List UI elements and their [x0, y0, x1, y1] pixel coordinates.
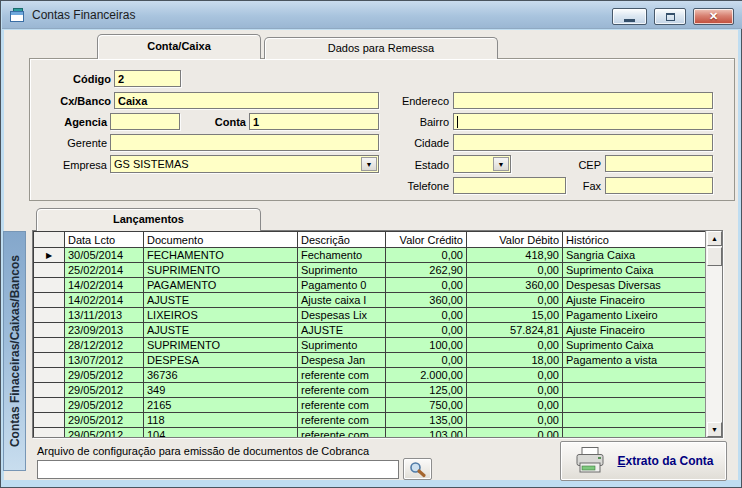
grid-cell[interactable]: AJUSTE [144, 323, 298, 338]
grid-cell[interactable]: 118 [144, 413, 298, 428]
extrato-da-conta-button[interactable]: Extrato da Conta [560, 441, 727, 481]
grid-cell[interactable]: 100,00 [386, 338, 467, 353]
grid-cell[interactable]: 0,00 [467, 293, 563, 308]
table-row[interactable]: 28/12/2012SUPRIMENTOSuprimento100,000,00… [34, 338, 706, 353]
grid-cell[interactable]: 0,00 [386, 278, 467, 293]
estado-combobox[interactable]: ▼ [453, 155, 511, 173]
grid-cell[interactable]: 2165 [144, 398, 298, 413]
row-selector-cell[interactable] [34, 368, 65, 383]
grid-cell[interactable] [563, 428, 706, 439]
column-header-descricao[interactable]: Descrição [298, 232, 386, 248]
grid-cell[interactable]: Fechamento [298, 248, 386, 263]
grid-cell[interactable]: referente com [298, 428, 386, 439]
conta-field[interactable] [249, 113, 379, 130]
scroll-down-icon[interactable]: ▼ [707, 422, 722, 437]
row-selector-cell[interactable] [34, 278, 65, 293]
grid-cell[interactable]: 360,00 [386, 293, 467, 308]
grid-cell[interactable]: 29/05/2012 [65, 368, 144, 383]
table-row[interactable]: 29/05/201236736referente com2.000,000,00 [34, 368, 706, 383]
grid-cell[interactable]: 125,00 [386, 383, 467, 398]
grid-cell[interactable]: 30/05/2014 [65, 248, 144, 263]
browse-config-button[interactable] [403, 458, 432, 480]
tab-conta-caixa[interactable]: Conta/Caixa [97, 34, 261, 59]
grid-cell[interactable]: 18,00 [467, 353, 563, 368]
grid-cell[interactable]: 135,00 [386, 413, 467, 428]
grid-cell[interactable]: 28/12/2012 [65, 338, 144, 353]
row-selector-cell[interactable] [34, 413, 65, 428]
row-selector-cell[interactable] [34, 308, 65, 323]
grid-cell[interactable]: 0,00 [386, 248, 467, 263]
grid-cell[interactable]: Pagamento a vista [563, 353, 706, 368]
table-row[interactable]: 29/05/2012349referente com125,000,00 [34, 383, 706, 398]
grid-cell[interactable]: referente com [298, 398, 386, 413]
row-selector-cell[interactable] [34, 263, 65, 278]
grid-cell[interactable]: 13/11/2013 [65, 308, 144, 323]
grid-cell[interactable]: 0,00 [467, 398, 563, 413]
column-header-data-lcto[interactable]: Data Lcto [65, 232, 144, 248]
cidade-field[interactable] [453, 134, 713, 151]
grid-cell[interactable]: 0,00 [467, 368, 563, 383]
column-header-valor-credito[interactable]: Valor Crédito [386, 232, 467, 248]
grid-cell[interactable]: Suprimento Caixa [563, 263, 706, 278]
table-row[interactable]: 29/05/2012118referente com135,000,00 [34, 413, 706, 428]
grid-cell[interactable]: referente com [298, 383, 386, 398]
grid-cell[interactable]: DESPESA [144, 353, 298, 368]
close-button[interactable]: ✕ [693, 8, 734, 25]
grid-cell[interactable]: AJUSTE [144, 293, 298, 308]
row-selector-cell[interactable] [34, 428, 65, 439]
table-row[interactable]: 14/02/2014AJUSTEAjuste caixa I360,000,00… [34, 293, 706, 308]
grid-cell[interactable] [563, 398, 706, 413]
grid-cell[interactable]: SUPRIMENTO [144, 263, 298, 278]
grid-cell[interactable]: Ajuste Finaceiro [563, 293, 706, 308]
table-row[interactable]: 13/07/2012DESPESADespesa Jan0,0018,00Pag… [34, 353, 706, 368]
row-selector-cell[interactable] [34, 383, 65, 398]
table-row[interactable]: ▶30/05/2014FECHAMENTOFechamento0,00418,9… [34, 248, 706, 263]
grid-cell[interactable]: referente com [298, 368, 386, 383]
grid-cell[interactable]: 418,90 [467, 248, 563, 263]
row-selector-cell[interactable] [34, 293, 65, 308]
grid-cell[interactable]: 14/02/2014 [65, 278, 144, 293]
gerente-field[interactable] [110, 134, 379, 151]
cep-field[interactable] [605, 155, 713, 172]
scrollbar-thumb[interactable] [707, 247, 722, 266]
column-header-valor-debito[interactable]: Valor Débito [467, 232, 563, 248]
row-selector-cell[interactable] [34, 398, 65, 413]
tab-lancamentos[interactable]: Lançamentos [36, 208, 261, 231]
codigo-field[interactable] [114, 70, 181, 87]
grid-cell[interactable]: 103,00 [386, 428, 467, 439]
grid-cell[interactable] [563, 368, 706, 383]
table-row[interactable]: 29/05/20122165referente com750,000,00 [34, 398, 706, 413]
scroll-up-icon[interactable]: ▲ [707, 231, 722, 246]
endereco-field[interactable] [453, 92, 713, 109]
grid-cell[interactable]: Despesa Jan [298, 353, 386, 368]
grid-cell[interactable]: PAGAMENTO [144, 278, 298, 293]
grid-cell[interactable] [563, 383, 706, 398]
grid-cell[interactable]: 23/09/2013 [65, 323, 144, 338]
grid-cell[interactable]: 36736 [144, 368, 298, 383]
grid-cell[interactable]: Suprimento [298, 263, 386, 278]
grid-cell[interactable]: SUPRIMENTO [144, 338, 298, 353]
config-file-input[interactable] [37, 460, 399, 479]
maximize-button[interactable] [654, 8, 686, 25]
grid-cell[interactable]: 25/02/2014 [65, 263, 144, 278]
agencia-field[interactable] [110, 113, 180, 130]
table-row[interactable]: 13/11/2013LIXEIROSDespesas Lix0,0015,00P… [34, 308, 706, 323]
grid-cell[interactable]: 29/05/2012 [65, 383, 144, 398]
fax-field[interactable] [605, 177, 713, 194]
bairro-field[interactable] [453, 113, 713, 130]
grid-cell[interactable]: 0,00 [467, 428, 563, 439]
row-selector-cell[interactable] [34, 353, 65, 368]
grid-cell[interactable]: Sangria Caixa [563, 248, 706, 263]
grid-scrollbar[interactable]: ▲ ▼ [705, 231, 722, 437]
grid-cell[interactable]: 0,00 [386, 353, 467, 368]
grid-cell[interactable]: Ajuste Finaceiro [563, 323, 706, 338]
current-row-pointer-icon[interactable]: ▶ [34, 248, 65, 263]
grid-cell[interactable]: Suprimento Caixa [563, 338, 706, 353]
grid-cell[interactable]: Despesas Lix [298, 308, 386, 323]
grid-cell[interactable]: AJUSTE [298, 323, 386, 338]
grid-cell[interactable] [563, 413, 706, 428]
grid-cell[interactable]: 0,00 [386, 323, 467, 338]
cx-banco-field[interactable] [114, 92, 379, 109]
grid-cell[interactable]: 0,00 [467, 338, 563, 353]
grid-cell[interactable]: Pagamento Lixeiro [563, 308, 706, 323]
